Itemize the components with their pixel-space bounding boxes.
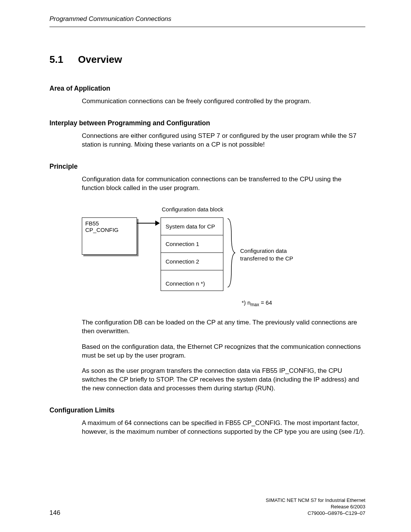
nmax-sub: max [250, 302, 259, 307]
body-interplay: Connections are either configured using … [82, 132, 365, 149]
nmax-note: *) nmax = 64 [242, 299, 272, 307]
brace-text-line2: transferred to the CP [240, 255, 293, 262]
footer-doc-line2: Release 6/2003 [266, 504, 365, 510]
brace-text-line1: Configuration data [240, 248, 287, 254]
cdb-row-connection-n: Connection n *) [161, 270, 223, 291]
heading-interplay: Interplay between Programming and Config… [49, 119, 365, 127]
cdb-row-system-data: System data for CP [161, 218, 223, 235]
cdb-row-connection-2: Connection 2 [161, 253, 223, 270]
fb-box: FB55 CP_CONFIG [82, 217, 137, 255]
heading-config-limits: Configuration Limits [49, 406, 365, 414]
section-title-text: Overview [78, 54, 122, 65]
nmax-prefix: *) n [242, 299, 250, 306]
brace-icon [226, 217, 237, 289]
footer-doc-line3: C79000–G8976–C129–07 [266, 510, 365, 517]
brace-text: Configuration data transferred to the CP [240, 247, 293, 263]
body-config-limits: A maximum of 64 connections can be speci… [82, 419, 365, 436]
heading-area-of-application: Area of Application [49, 85, 365, 93]
cdb-row-connection-1: Connection 1 [161, 235, 223, 253]
cdb-label: Configuration data block [162, 206, 223, 212]
page-number: 146 [49, 509, 60, 516]
footer-doc-info: SIMATIC NET NCM S7 for Industrial Ethern… [266, 497, 365, 517]
heading-principle: Principle [49, 163, 365, 171]
document-page: Programmed Communication Connections 5.1… [0, 0, 411, 532]
body-principle-p1: The configuration DB can be loaded on th… [82, 318, 365, 336]
body-principle-p3: As soon as the user program transfers th… [82, 367, 365, 393]
arrow-line [137, 223, 156, 224]
footer-doc-line1: SIMATIC NET NCM S7 for Industrial Ethern… [266, 497, 365, 504]
page-footer: 146 SIMATIC NET NCM S7 for Industrial Et… [49, 509, 365, 517]
principle-diagram: FB55 CP_CONFIG Configuration data block … [82, 206, 365, 313]
section-title: 5.1Overview [49, 54, 365, 66]
running-header: Programmed Communication Connections [49, 15, 365, 27]
section-number: 5.1 [49, 54, 78, 66]
cdb-box: System data for CP Connection 1 Connecti… [161, 217, 223, 291]
nmax-suffix: = 64 [259, 299, 272, 306]
body-principle-intro: Configuration data for communication con… [82, 175, 365, 193]
body-area-of-application: Communication connections can be freely … [82, 97, 365, 106]
arrow-head-icon [155, 220, 160, 226]
body-principle-p2: Based on the configuration data, the Eth… [82, 343, 365, 360]
